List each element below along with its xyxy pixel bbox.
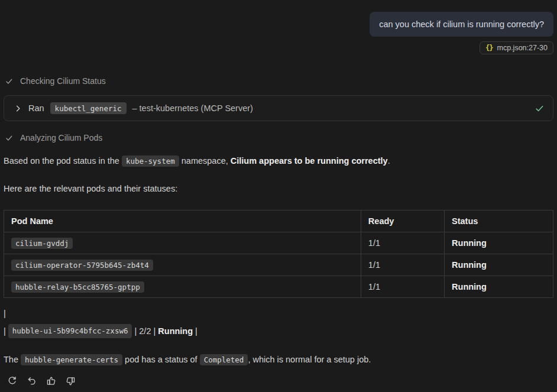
col-header-pod-name: Pod Name [4, 210, 361, 232]
pod-name-chip: hubble-ui-5b99c4bfcc-zxsw6 [8, 324, 132, 338]
thumbs-up-icon [46, 376, 56, 386]
text-segment: namespace, [179, 156, 231, 166]
assistant-paragraph-intro: Here are the relevant pods and their sta… [4, 183, 553, 195]
user-message-row: can you check if cilium is running corre… [4, 12, 553, 37]
pod-name-chip: cilium-operator-5795b645-zb4t4 [11, 260, 153, 271]
status-value: Running [452, 238, 487, 248]
section-header-checking-cilium-status[interactable]: Checking Cilium Status [5, 76, 553, 86]
assistant-paragraph-summary: Based on the pod status in the kube-syst… [4, 155, 553, 167]
retry-button[interactable] [6, 375, 18, 387]
thumbs-down-button[interactable] [64, 375, 76, 387]
text-segment: pod has a status of [122, 355, 200, 364]
table-header-row: Pod Name Ready Status [4, 210, 553, 232]
table-row: cilium-operator-5795b645-zb4t4 1/1 Runni… [4, 254, 553, 276]
tool-name-chip: kubectl_generic [50, 102, 127, 114]
inline-code-completed: Completed [200, 354, 248, 365]
text-segment: Based on the pod status in the [4, 156, 122, 166]
section-header-analyzing-cilium-pods[interactable]: Analyzing Cilium Pods [5, 133, 553, 142]
status-value: Running [452, 260, 487, 270]
context-file-label: mcp.json:27-30 [497, 44, 548, 52]
status-value: Running [452, 282, 487, 291]
ready-value: 2/2 [139, 325, 151, 337]
context-chip-row: {} mcp.json:27-30 [4, 41, 553, 54]
thumbs-up-button[interactable] [45, 375, 57, 387]
success-check-icon [535, 103, 545, 114]
text-segment: | [151, 325, 158, 337]
pod-name-chip: cilium-gvddj [11, 238, 73, 249]
col-header-ready: Ready [361, 210, 444, 232]
col-header-status: Status [445, 210, 553, 232]
markdown-overflow-row: | hubble-ui-5b99c4bfcc-zxsw6 | 2/2 | Run… [4, 324, 553, 338]
markdown-pipe-line: | [4, 307, 553, 319]
undo-arrow-icon [27, 376, 37, 386]
user-message-bubble: can you check if cilium is running corre… [370, 12, 553, 37]
ready-cell: 1/1 [361, 276, 444, 298]
chevron-right-icon [14, 104, 22, 113]
check-icon [5, 77, 14, 86]
text-segment: . [388, 156, 390, 166]
status-value: Running [158, 325, 193, 337]
pod-name-chip: hubble-relay-b5cc85765-gptpp [11, 281, 144, 293]
inline-code-hubble-generate-certs: hubble-generate-certs [21, 354, 122, 365]
text-segment: | [193, 325, 197, 337]
text-segment: The [4, 355, 21, 364]
thumbs-down-icon [66, 376, 76, 386]
refresh-icon [7, 376, 17, 386]
chat-panel: can you check if cilium is running corre… [0, 0, 557, 387]
text-segment: | [4, 309, 6, 318]
table-row: cilium-gvddj 1/1 Running [4, 232, 553, 254]
tool-call-detail: – test-kubernetes (MCP Server) [132, 103, 253, 113]
text-segment: Here are the relevant pods and their sta… [4, 184, 177, 193]
undo-button[interactable] [25, 375, 37, 387]
bold-conclusion: Cilium appears to be running correctly [231, 156, 388, 166]
json-braces-icon: {} [485, 44, 493, 52]
section-title: Checking Cilium Status [20, 76, 106, 86]
check-icon [5, 134, 14, 142]
text-segment: | [132, 325, 139, 337]
section-title: Analyzing Cilium Pods [20, 133, 102, 142]
text-segment: , which is normal for a setup job. [248, 355, 371, 364]
pods-table: Pod Name Ready Status cilium-gvddj 1/1 R… [4, 210, 553, 298]
assistant-paragraph-note: The hubble-generate-certs pod has a stat… [4, 353, 553, 367]
tool-call-box[interactable]: Ran kubectl_generic – test-kubernetes (M… [4, 95, 553, 121]
user-message-text: can you check if cilium is running corre… [379, 20, 544, 29]
context-file-chip[interactable]: {} mcp.json:27-30 [480, 41, 553, 54]
message-actions-bar [6, 375, 553, 387]
text-segment: | [4, 325, 8, 337]
ready-cell: 1/1 [361, 232, 444, 254]
inline-code-kube-system: kube-system [122, 155, 179, 167]
ready-cell: 1/1 [361, 254, 444, 276]
tool-call-action: Ran [28, 103, 44, 113]
table-row: hubble-relay-b5cc85765-gptpp 1/1 Running [4, 276, 553, 298]
